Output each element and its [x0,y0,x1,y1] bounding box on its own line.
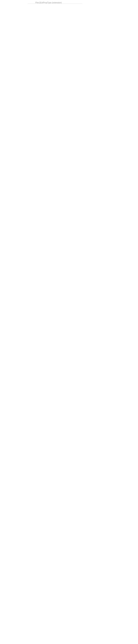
attributes-frame: ▣ attributes idThe local identifier of t… [28,4,83,4]
